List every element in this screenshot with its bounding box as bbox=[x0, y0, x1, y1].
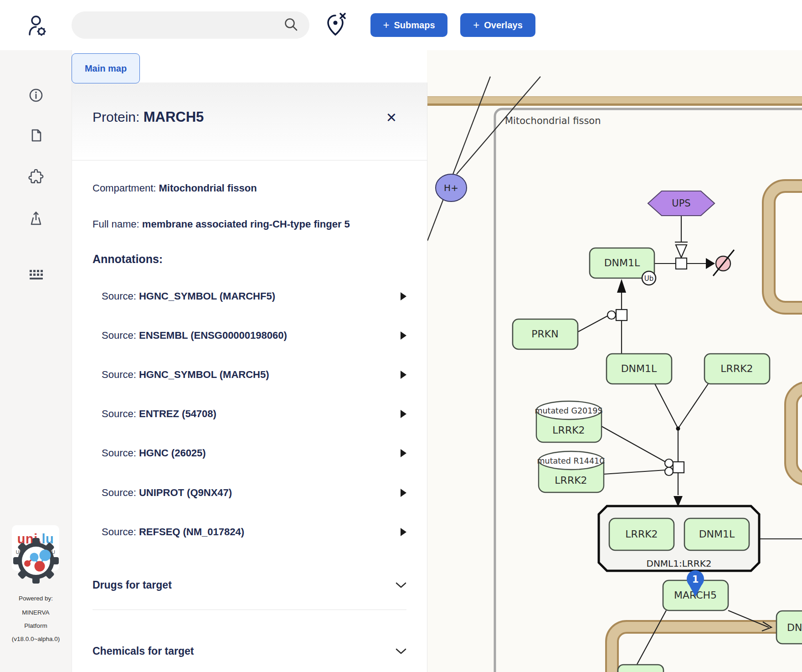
arrowhead bbox=[706, 258, 715, 269]
overlays-button[interactable]: + Overlays bbox=[460, 13, 535, 37]
chevron-down-icon[interactable] bbox=[396, 648, 406, 655]
panel-title: Protein: MARCH5 bbox=[93, 109, 204, 125]
protein-label: DNM1L bbox=[604, 257, 640, 269]
overlays-button-label: Overlays bbox=[484, 20, 523, 31]
arrowhead bbox=[617, 279, 626, 293]
reaction-edges bbox=[578, 292, 622, 354]
submaps-button[interactable]: + Submaps bbox=[370, 13, 447, 37]
catalysis-node bbox=[607, 311, 616, 319]
tab-main-map[interactable]: Main map bbox=[72, 53, 140, 83]
caret-right-icon[interactable] bbox=[401, 449, 406, 457]
protein-info-panel: Protein: MARCH5 ✕ Compartment: Mitochond… bbox=[72, 83, 427, 672]
complex-label: DNML1:LRRK2 bbox=[647, 558, 712, 569]
organelle-compartment-topright bbox=[769, 186, 802, 308]
protein-partial-bottom[interactable] bbox=[618, 665, 663, 672]
drugs-for-target-section[interactable]: Drugs for target bbox=[93, 579, 406, 591]
mutation-tag: mutated G2019S bbox=[535, 406, 602, 415]
plus-icon: + bbox=[473, 20, 479, 31]
pin-off-icon[interactable] bbox=[325, 12, 349, 37]
fullname-value: membrane associated ring-CH-type finger … bbox=[142, 218, 350, 230]
compartment-label: Mitochondrial fisson bbox=[505, 115, 601, 126]
edge-junction bbox=[676, 427, 680, 431]
pathway-map[interactable]: H+ UPS DNM1L Ub PRKN DNM1L LRRK2 mutated… bbox=[427, 50, 802, 672]
reaction-edges bbox=[602, 384, 708, 495]
tab-main-map-label: Main map bbox=[85, 63, 127, 74]
protein-label: LRRK2 bbox=[555, 475, 587, 486]
complex-dnml1-lrrk2[interactable]: LRRK2 DNM1L DNML1:LRRK2 bbox=[599, 506, 759, 571]
info-icon[interactable] bbox=[29, 88, 43, 103]
source-row-ensembl[interactable]: Source: ENSEMBL (ENSG00000198060) bbox=[102, 330, 406, 341]
necessary-stimulation-arrow bbox=[676, 245, 687, 258]
user-settings-icon[interactable] bbox=[27, 15, 48, 37]
protein-label: PRKN bbox=[531, 328, 558, 340]
reaction-edges bbox=[654, 216, 706, 264]
reaction-edge bbox=[637, 610, 666, 664]
caret-right-icon[interactable] bbox=[401, 410, 406, 418]
minerva-gear-logo bbox=[13, 537, 59, 584]
mutated-lrrk2-g2019s[interactable]: mutated G2019S LRRK2 bbox=[535, 401, 602, 442]
source-row-entrez[interactable]: Source: ENTREZ (54708) bbox=[102, 408, 406, 420]
protein-label: LRRK2 bbox=[552, 424, 585, 436]
compartment-value: Mitochondrial fisson bbox=[159, 182, 257, 194]
caret-right-icon[interactable] bbox=[401, 292, 406, 300]
process-node[interactable] bbox=[673, 462, 684, 473]
caret-right-icon[interactable] bbox=[401, 528, 406, 536]
degradation-icon bbox=[713, 250, 734, 276]
process-node[interactable] bbox=[676, 258, 687, 269]
caret-right-icon[interactable] bbox=[401, 489, 406, 497]
document-icon[interactable] bbox=[29, 128, 43, 143]
marker-number: 1 bbox=[692, 574, 699, 585]
chevron-down-icon[interactable] bbox=[396, 582, 406, 589]
chemicals-for-target-section[interactable]: Chemicals for target bbox=[93, 645, 406, 657]
catalysis-node bbox=[665, 467, 673, 476]
species-label: H+ bbox=[444, 182, 458, 193]
fullname-row: Full name: membrane associated ring-CH-t… bbox=[93, 218, 406, 230]
annotations-title: Annotations: bbox=[93, 253, 406, 266]
top-bar: + Submaps + Overlays bbox=[0, 0, 802, 50]
source-row-uniprot[interactable]: Source: UNIPROT (Q9NX47) bbox=[102, 487, 406, 499]
species-label: UPS bbox=[672, 198, 690, 209]
source-row-hgnc[interactable]: Source: HGNC (26025) bbox=[102, 447, 406, 459]
plus-icon: + bbox=[383, 20, 389, 31]
protein-label: DNM1L bbox=[699, 528, 735, 540]
powered-by-label: Powered by: bbox=[0, 595, 72, 602]
source-row-refseq[interactable]: Source: REFSEQ (NM_017824) bbox=[102, 526, 406, 538]
protein-label: LRRK2 bbox=[720, 363, 753, 374]
puzzle-icon[interactable] bbox=[28, 169, 44, 185]
search-icon bbox=[283, 17, 299, 32]
caret-right-icon[interactable] bbox=[401, 371, 406, 379]
search-input[interactable] bbox=[72, 11, 309, 39]
panel-title-value: MARCH5 bbox=[144, 109, 204, 125]
platform-word: Platform bbox=[0, 622, 72, 629]
source-row-hgnc-symbol-marchf5[interactable]: Source: HGNC_SYMBOL (MARCHF5) bbox=[102, 290, 406, 302]
caret-right-icon[interactable] bbox=[401, 331, 406, 340]
ubiquitin-label: Ub bbox=[644, 274, 654, 283]
submaps-button-label: Submaps bbox=[394, 20, 435, 31]
membrane-band-top bbox=[427, 96, 802, 106]
catalysis-node bbox=[665, 459, 673, 467]
process-node[interactable] bbox=[616, 310, 627, 320]
compartment-row: Compartment: Mitochondrial fisson bbox=[93, 182, 406, 194]
protein-label: LRRK2 bbox=[625, 528, 658, 540]
protein-label: DNM1L bbox=[621, 363, 657, 374]
legend-icon[interactable] bbox=[28, 269, 44, 281]
divider bbox=[93, 610, 406, 610]
divider bbox=[72, 160, 427, 160]
source-row-hgnc-symbol-march5[interactable]: Source: HGNC_SYMBOL (MARCH5) bbox=[102, 369, 406, 381]
mutation-tag: mutated R1441C bbox=[537, 456, 605, 465]
mutated-lrrk2-r1441c[interactable]: mutated R1441C LRRK2 bbox=[537, 451, 605, 492]
platform-version: (v18.0.0~alpha.0) bbox=[0, 636, 72, 642]
sidebar: uni.lu UNIVERSITÉ DU LUXEMBOURG bbox=[0, 50, 72, 672]
compartment-mitochondrial-fisson[interactable] bbox=[495, 109, 802, 672]
protein-label: DNM1L bbox=[787, 622, 802, 633]
close-icon[interactable]: ✕ bbox=[386, 110, 397, 125]
export-icon[interactable] bbox=[28, 211, 44, 226]
organelle-compartment-right bbox=[791, 388, 802, 479]
platform-name: MINERVA bbox=[0, 609, 72, 616]
